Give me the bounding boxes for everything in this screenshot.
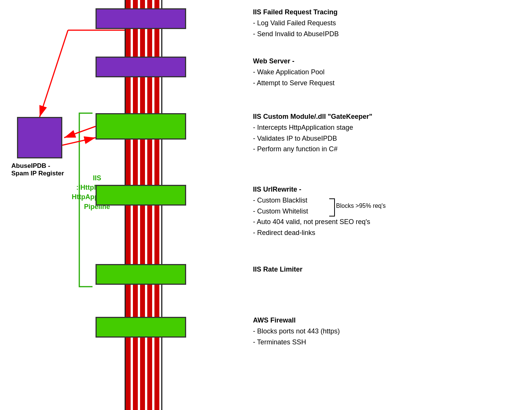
- label-iis-tracing: IIS Failed Request Tracing - Log Valid F…: [253, 7, 339, 39]
- block-ratelimiter: [96, 264, 186, 285]
- block-awsfirewall: [96, 317, 186, 338]
- label-ratelimiter: IIS Rate Limiter: [253, 264, 302, 275]
- bracket-95-percent: [329, 198, 335, 217]
- abuse-ipdb-box: [17, 117, 62, 158]
- label-webserver: Web Server - - Wake Application Pool - A…: [253, 56, 335, 88]
- block-webserver: [96, 57, 186, 77]
- abuse-ipdb-label: AbuseIPDB - Spam IP Register: [11, 162, 64, 177]
- svg-line-6: [64, 126, 96, 138]
- label-awsfirewall: AWS Firewall - Blocks ports not 443 (htt…: [253, 315, 340, 347]
- diagram-container: AbuseIPDB - Spam IP Register IIS :IHttpM…: [0, 0, 532, 410]
- svg-line-5: [40, 30, 68, 117]
- block-urlrewrite: [96, 185, 186, 206]
- svg-line-7: [62, 138, 96, 145]
- label-urlrewrite: IIS UrlRewrite - - Custom Blacklist - Cu…: [253, 184, 370, 238]
- bracket-95-text: Blocks >95% req's: [336, 203, 386, 209]
- block-gatekeeper: [96, 113, 186, 140]
- block-iis-tracing: [96, 8, 186, 29]
- label-gatekeeper: IIS Custom Module/.dll "GateKeeper" - In…: [253, 111, 372, 155]
